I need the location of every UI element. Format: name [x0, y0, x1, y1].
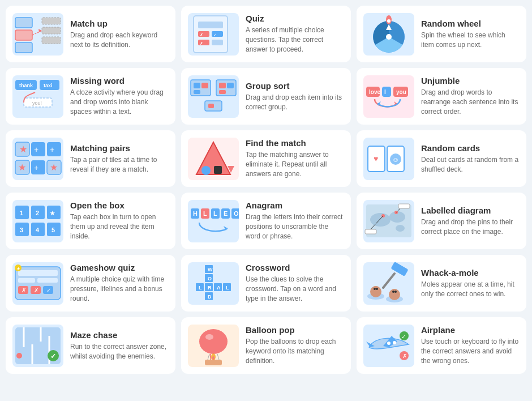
- icon-missing-word: thank taxi you!: [12, 75, 63, 118]
- svg-text:✓: ✓: [50, 352, 56, 360]
- icon-unjumble: love I you: [363, 75, 414, 118]
- svg-text:A: A: [217, 285, 221, 291]
- svg-text:3: 3: [20, 227, 23, 233]
- title-quiz: Quiz: [246, 14, 344, 23]
- desc-random-wheel: Spin the wheel to see which item comes u…: [421, 31, 520, 50]
- card-maze-chase[interactable]: ✓ Maze chase Run to the correct answer z…: [6, 317, 175, 374]
- desc-gameshow-quiz: A multiple choice quiz with time pressur…: [70, 275, 169, 303]
- svg-rect-4: [42, 27, 61, 34]
- text-maze-chase: Maze chase Run to the correct answer zon…: [70, 330, 169, 361]
- svg-rect-29: [194, 83, 200, 88]
- card-whack-a-mole[interactable]: Whack-a-mole Moles appear one at a time,…: [357, 255, 526, 312]
- text-airplane: Airplane Use touch or keyboard to fly in…: [421, 325, 520, 365]
- card-anagram[interactable]: H L L E O Anagram Drag the letters into …: [181, 193, 351, 249]
- title-open-the-box: Open the box: [70, 200, 169, 210]
- card-labelled-diagram[interactable]: Labelled diagram Drag and drop the pins …: [357, 193, 526, 249]
- text-crossword: Crossword Use the clues to solve the cro…: [246, 263, 344, 303]
- text-missing-word: Missing word A cloze activity where you …: [70, 76, 169, 116]
- icon-gameshow-quiz: ✗ ✗ ✓ ★: [12, 262, 63, 305]
- svg-point-18: [386, 34, 392, 40]
- icon-open-the-box: 1 2 ★ 3 4 5: [12, 200, 63, 242]
- icon-labelled-diagram: [363, 200, 414, 242]
- card-gameshow-quiz[interactable]: ✗ ✗ ✓ ★ Gameshow quiz A multiple choice …: [6, 255, 175, 312]
- svg-text:O: O: [234, 210, 239, 217]
- card-matching-pairs[interactable]: ★ + + ★ + ★ Matching pairs Tap a pair of…: [6, 130, 175, 187]
- desc-labelled-diagram: Drag and drop the pins to their correct …: [421, 217, 520, 237]
- title-maze-chase: Maze chase: [70, 330, 169, 340]
- card-balloon-pop[interactable]: Balloon pop Pop the balloons to drop eac…: [181, 317, 351, 374]
- text-balloon-pop: Balloon pop Pop the balloons to drop eac…: [246, 325, 344, 365]
- icon-maze-chase: ✓: [12, 325, 63, 367]
- text-quiz: Quiz A series of multiple choice questio…: [246, 14, 344, 54]
- svg-text:L: L: [226, 285, 229, 291]
- svg-point-145: [16, 353, 22, 359]
- title-whack-a-mole: Whack-a-mole: [421, 268, 520, 278]
- text-gameshow-quiz: Gameshow quiz A multiple choice quiz wit…: [70, 263, 169, 303]
- text-find-the-match: Find the match Tap the matching answer t…: [246, 138, 344, 178]
- card-find-the-match[interactable]: Find the match Tap the matching answer t…: [181, 130, 351, 187]
- svg-text:R: R: [208, 285, 212, 291]
- svg-line-149: [208, 354, 209, 360]
- text-anagram: Anagram Drag the letters into their corr…: [246, 200, 344, 241]
- svg-text:2: 2: [36, 210, 39, 216]
- svg-text:5: 5: [52, 227, 55, 233]
- desc-open-the-box: Tap each box in turn to open them up and…: [70, 212, 169, 241]
- svg-point-91: [370, 213, 391, 227]
- svg-rect-9: [198, 22, 223, 28]
- svg-rect-60: [214, 166, 222, 174]
- svg-rect-35: [219, 90, 226, 94]
- svg-point-153: [387, 342, 391, 345]
- svg-point-135: [391, 289, 398, 297]
- card-missing-word[interactable]: thank taxi you! Missing word A cloze act…: [6, 68, 175, 125]
- svg-text:✓: ✓: [213, 33, 217, 37]
- card-open-the-box[interactable]: 1 2 ★ 3 4 5 Open the box Tap each box in…: [6, 193, 175, 249]
- desc-matching-pairs: Tap a pair of tiles at a time to reveal …: [70, 155, 169, 174]
- svg-text:+: +: [34, 163, 38, 172]
- card-quiz[interactable]: ✗ ✓ ✗ Quiz A series of multiple choice q…: [181, 6, 351, 62]
- icon-random-cards: ♥ ☺: [363, 138, 414, 180]
- svg-point-152: [212, 356, 214, 360]
- card-group-sort[interactable]: Group sort Drag and drop each item into …: [181, 68, 351, 125]
- svg-rect-34: [227, 83, 234, 88]
- svg-text:4: 4: [36, 227, 40, 233]
- svg-point-136: [392, 291, 394, 293]
- icon-random-wheel: [363, 13, 414, 56]
- svg-point-137: [394, 291, 397, 293]
- icon-match-up: [12, 13, 63, 56]
- card-random-wheel[interactable]: Random wheel Spin the wheel to see which…: [357, 6, 526, 62]
- title-gameshow-quiz: Gameshow quiz: [70, 263, 169, 272]
- title-labelled-diagram: Labelled diagram: [421, 206, 520, 215]
- title-matching-pairs: Matching pairs: [70, 143, 169, 153]
- title-group-sort: Group sort: [246, 81, 344, 91]
- text-labelled-diagram: Labelled diagram Drag and drop the pins …: [421, 206, 520, 237]
- svg-text:O: O: [208, 276, 212, 281]
- svg-rect-103: [37, 278, 58, 283]
- svg-text:✗: ✗: [200, 41, 203, 45]
- svg-text:✗: ✗: [402, 353, 407, 359]
- svg-text:taxi: taxi: [44, 83, 53, 88]
- svg-text:you: you: [396, 89, 406, 95]
- desc-quiz: A series of multiple choice questions. T…: [246, 25, 344, 54]
- title-airplane: Airplane: [421, 325, 520, 335]
- card-random-cards[interactable]: ♥ ☺ Random cards Deal out cards at rando…: [357, 130, 526, 187]
- svg-point-146: [199, 329, 228, 354]
- card-airplane[interactable]: ✓ ✗ Airplane Use touch or keyboard to fl…: [357, 317, 526, 374]
- svg-text:+: +: [50, 145, 54, 154]
- desc-whack-a-mole: Moles appear one at a time, hit only the…: [421, 280, 520, 299]
- card-crossword[interactable]: W O R D A L L Crossword Use the clues to…: [181, 255, 351, 312]
- svg-text:1: 1: [20, 210, 23, 216]
- icon-matching-pairs: ★ + + ★ + ★: [12, 138, 63, 180]
- svg-point-131: [372, 286, 380, 294]
- svg-text:✗: ✗: [22, 287, 26, 293]
- svg-text:✗: ✗: [34, 287, 38, 293]
- svg-text:★: ★: [50, 210, 55, 216]
- svg-point-20: [387, 19, 391, 23]
- svg-text:L: L: [213, 210, 217, 217]
- svg-rect-101: [18, 270, 58, 276]
- card-match-up[interactable]: Match up Drag and drop each keyword next…: [6, 6, 175, 62]
- svg-rect-3: [42, 18, 61, 24]
- card-unjumble[interactable]: love I you Unjumble Drag and drop words …: [357, 68, 526, 125]
- icon-group-sort: [188, 75, 239, 118]
- svg-text:+: +: [34, 145, 38, 154]
- svg-text:you!: you!: [32, 100, 42, 106]
